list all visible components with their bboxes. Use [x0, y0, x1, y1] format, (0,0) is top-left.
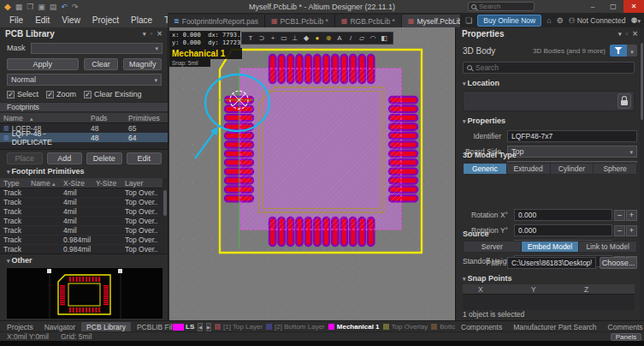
model-type-cylinder-button[interactable]: Cylinder — [551, 163, 594, 175]
user-avatar-icon[interactable]: ⚉ — [630, 16, 641, 25]
other-section-header[interactable]: Other — [7, 256, 32, 266]
menu-edit[interactable]: Edit — [29, 15, 56, 25]
via-icon[interactable]: ⊕ — [323, 34, 334, 42]
source-link-to-model-button[interactable]: Link to Model — [579, 241, 637, 253]
buy-online-button[interactable]: Buy Online Now — [477, 15, 541, 27]
redo-icon[interactable]: ↷ — [72, 3, 79, 11]
rotation-x-input[interactable] — [514, 209, 612, 221]
pad-icon[interactable]: ● — [312, 34, 322, 42]
zoom-checkbox[interactable]: Zoom — [46, 90, 76, 98]
primitive-row[interactable]: Track4milTop Over... — [0, 198, 168, 207]
decrement-button[interactable]: – — [614, 210, 625, 221]
layer-pair-indicator[interactable]: LS — [173, 323, 194, 331]
gear-icon[interactable]: ⚙ — [557, 16, 564, 25]
properties-search-input[interactable] — [476, 63, 604, 72]
delete-button[interactable]: Delete — [86, 152, 122, 164]
dropdown-caret-icon[interactable] — [143, 30, 146, 38]
increment-button[interactable]: + — [626, 225, 637, 236]
home-icon[interactable]: ⌂ — [547, 16, 551, 25]
copy-icon[interactable]: ❐ — [27, 3, 33, 11]
model-type-extruded-button[interactable]: Extruded — [507, 163, 551, 175]
footprints-table-header[interactable]: Name Pads Primitives — [0, 113, 168, 123]
primitive-row[interactable]: Track4milTop Over... — [0, 188, 168, 198]
string-icon[interactable]: A — [334, 34, 345, 42]
tab-comments[interactable]: Comments — [603, 322, 644, 332]
select-checkbox[interactable]: Select — [7, 90, 38, 98]
properties-search-box[interactable] — [463, 62, 635, 74]
footprint-primitives-section-header[interactable]: Footprint Primitives — [7, 167, 84, 177]
close-button[interactable]: ✕ — [623, 0, 644, 13]
pin-icon[interactable]: ▫ — [150, 30, 152, 38]
open-folder-icon[interactable]: ▣ — [38, 3, 45, 11]
path-input[interactable] — [507, 257, 596, 269]
measure-icon[interactable]: ⊥ — [290, 34, 300, 42]
lock-button[interactable] — [617, 93, 631, 109]
arc-icon[interactable]: ◠ — [368, 34, 378, 42]
pin-icon[interactable]: ▫ — [625, 30, 628, 38]
footprints-section-header[interactable]: Footprints — [0, 102, 168, 112]
close-icon[interactable]: ✕ — [157, 30, 162, 38]
model-type-sphere-button[interactable]: Sphere — [594, 163, 637, 175]
eraser-icon[interactable]: ◆ — [301, 34, 311, 42]
primitives-table-header[interactable]: Type Name X-Size Y-Size Layer — [0, 178, 168, 188]
primitive-row[interactable]: Track4milTop Over... — [0, 217, 168, 226]
magnify-button[interactable]: Magnify — [123, 58, 162, 70]
footprint-row-lqfp48-duplicate[interactable]: ▥LQFP-48 - DUPLICATE 48 64 — [0, 133, 168, 142]
altium-logo-icon[interactable]: ◆ — [4, 2, 11, 11]
global-search-input[interactable] — [479, 3, 530, 10]
rectangle-icon[interactable]: ▭ — [279, 34, 289, 42]
layer-tab-mechanical-1[interactable]: Mechanical 1 — [328, 323, 380, 331]
increment-button[interactable]: + — [626, 210, 637, 221]
open-project-icon[interactable]: ▤ — [50, 3, 57, 11]
footprint-preview[interactable] — [7, 268, 162, 319]
line-icon[interactable]: / — [346, 34, 356, 42]
board-side-dropdown[interactable]: Top — [507, 146, 637, 158]
choose-button[interactable]: Choose... — [600, 257, 637, 269]
decrement-button[interactable]: – — [614, 225, 625, 236]
tab-manufacturer-part-search[interactable]: Manufacturer Part Search — [508, 322, 601, 332]
object-filter-button[interactable] — [610, 45, 627, 57]
source-embed-model-button[interactable]: Embed Model — [522, 241, 580, 253]
filter-dropdown-button[interactable] — [627, 45, 637, 57]
primitive-row[interactable]: Track0.984milTop Over... — [0, 245, 168, 254]
source-server-button[interactable]: Server — [463, 241, 522, 253]
tab-pcb-library[interactable]: PCB Library — [81, 322, 131, 332]
rotation-y-input[interactable] — [514, 224, 612, 236]
not-connected-status[interactable]: ⚇ Not Connected — [569, 16, 626, 25]
tab-projects[interactable]: Projects — [2, 322, 38, 332]
identifier-input[interactable] — [507, 130, 637, 142]
magnet-snap-icon[interactable]: ⊃ — [257, 34, 267, 42]
menu-place[interactable]: Place — [125, 15, 158, 25]
layer-tab-bottom-overlay[interactable]: Bottom Overlay — [431, 323, 455, 331]
feedback-icon[interactable]: ❏ — [465, 16, 472, 25]
maximize-button[interactable]: ▢ — [603, 0, 623, 13]
body-3d-icon[interactable]: ◧ — [379, 34, 389, 42]
add-button[interactable]: Add — [47, 152, 83, 164]
model-type-generic-button[interactable]: Generic — [463, 163, 507, 175]
clear-existing-checkbox[interactable]: Clear Existing — [84, 90, 142, 98]
layer-next-button[interactable]: ▶ — [206, 323, 211, 331]
footprint-drawing[interactable] — [169, 27, 455, 320]
location-section-header[interactable]: Location — [463, 79, 499, 87]
mask-dropdown[interactable] — [31, 43, 162, 54]
primitives-scrollbar[interactable] — [162, 178, 168, 254]
edit-button[interactable]: Edit — [127, 152, 162, 164]
tab-components[interactable]: Components — [456, 322, 507, 332]
tab-footprintinforeport[interactable]: ≣ FootprintInfoReport.pas — [168, 15, 265, 27]
panels-button[interactable]: Panels — [611, 333, 641, 341]
undo-icon[interactable]: ↶ — [61, 3, 68, 11]
properties-section-header[interactable]: Properties — [463, 116, 505, 125]
dropdown-caret-icon[interactable] — [618, 30, 622, 38]
menu-view[interactable]: View — [56, 15, 86, 25]
tab-pcb1-pcblib[interactable]: ▦ PCB1.PcbLib * — [265, 15, 335, 27]
select-filter-icon[interactable]: T — [245, 34, 256, 42]
global-search-box[interactable] — [468, 2, 535, 11]
primitive-row[interactable]: Track4milTop Over... — [0, 207, 168, 217]
snap-points-section-header[interactable]: Snap Points — [463, 274, 511, 283]
tab-rgb-pcblib[interactable]: ▦ RGB.PcbLib * — [335, 15, 402, 27]
apply-button[interactable]: Apply — [7, 58, 79, 70]
snap-points-header[interactable]: X Y Z — [463, 284, 635, 295]
pcb-editor-canvas[interactable]: x: 0.000 dx: 7793.898 y: 0.000 dy: 12723… — [169, 27, 455, 320]
layer-tab-top-overlay[interactable]: Top Overlay — [383, 323, 428, 331]
minimize-button[interactable]: – — [582, 0, 603, 13]
